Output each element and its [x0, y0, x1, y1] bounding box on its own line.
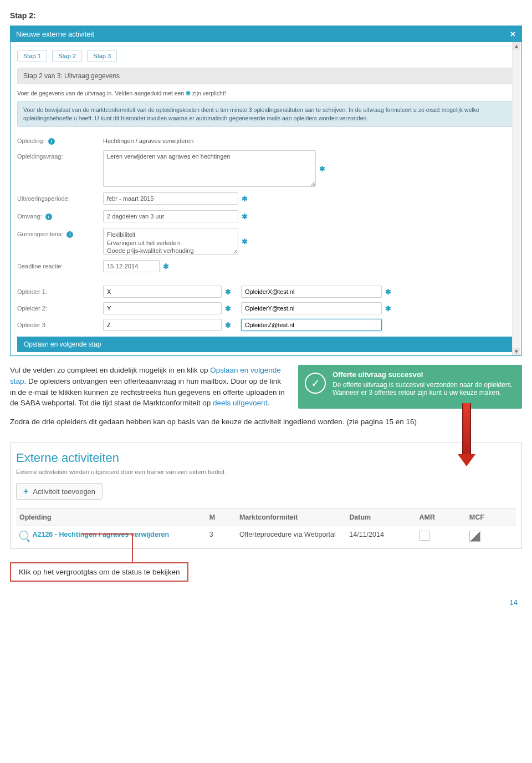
th-opleiding[interactable]: Opleiding: [16, 509, 206, 526]
info-icon[interactable]: i: [45, 213, 52, 220]
scroll-up-icon[interactable]: ▲: [513, 42, 520, 50]
opleider-2-name-input[interactable]: [103, 302, 222, 314]
step-heading: Stap 2:: [10, 11, 522, 20]
save-next-button[interactable]: Opslaan en volgende stap: [17, 337, 515, 352]
opleider-1-email-input[interactable]: [241, 286, 382, 298]
required-asterisk-icon: ✱: [225, 321, 231, 329]
amr-checkbox[interactable]: [420, 531, 429, 541]
label-opleider-3: Opleider 3:: [17, 322, 103, 328]
required-asterisk-icon: ✱: [242, 195, 248, 203]
callout-connector-icon: [132, 533, 133, 562]
label-opleiding: Opleiding: i: [17, 135, 103, 145]
table-row: A2126 - Hechtingen / agraves verwijderen…: [16, 526, 516, 548]
required-note: Voer de gegevens van de uitvraag in. Vel…: [17, 90, 515, 96]
success-body: De offerte uitvraag is succesvol verzond…: [332, 381, 515, 396]
label-omvang: Omvang: i: [17, 210, 103, 220]
check-icon: ✓: [305, 373, 326, 394]
omvang-input[interactable]: [103, 210, 238, 222]
explain-paragraph-1: Vul de velden zo compleet en duidelijk m…: [10, 365, 288, 408]
required-asterisk-icon: ✱: [242, 212, 248, 221]
th-datum[interactable]: Datum: [346, 509, 416, 526]
required-asterisk-icon: ✱: [225, 288, 231, 296]
page-number: 14: [10, 598, 522, 607]
annotation-arrow-icon: [458, 403, 475, 466]
deadline-input[interactable]: [103, 260, 160, 272]
th-marktconformiteit[interactable]: Marktconformiteit: [236, 509, 346, 526]
opleider-2-email-input[interactable]: [241, 302, 382, 314]
info-box: Voor de bewijslast van de marktconformit…: [17, 101, 515, 127]
uitvoeringsperiode-input[interactable]: [103, 192, 238, 205]
gunningscriteria-textarea[interactable]: [103, 228, 238, 255]
step-tabs: Stap 1 Stap 2 Stap 3: [17, 50, 515, 62]
info-icon[interactable]: i: [66, 231, 73, 238]
value-opleiding: Hechtingen / agraves verwijderen: [103, 135, 193, 144]
cell-datum: 14/11/2014: [346, 526, 416, 548]
modal-window: Nieuwe externe activiteit ✕ ▲ ▼ Stap 1 S…: [10, 26, 522, 356]
label-opleidingsvraag: Opleidingsvraag:: [17, 150, 103, 160]
magnifier-icon[interactable]: [19, 531, 28, 540]
section-title: Stap 2 van 3: Uitvraag gegevens: [17, 68, 515, 84]
th-m[interactable]: M: [206, 509, 236, 526]
label-uitvoeringsperiode: Uitvoeringsperiode:: [17, 192, 103, 202]
asterisk-icon: ✱: [186, 90, 191, 96]
modal-header: Nieuwe externe activiteit ✕: [11, 26, 521, 42]
plus-icon: +: [23, 487, 28, 496]
opleider-3-email-input[interactable]: [241, 319, 382, 331]
mcf-status-icon[interactable]: [469, 531, 480, 542]
required-asterisk-icon: ✱: [385, 304, 391, 313]
add-activity-label: Activiteit toevoegen: [33, 487, 95, 496]
tab-step-2[interactable]: Stap 2: [52, 50, 82, 62]
callout-box: Klik op het vergrootglas om de status te…: [10, 562, 188, 582]
link-deels-uitgevoerd: deels uitgevoerd: [213, 399, 268, 407]
tab-step-3[interactable]: Stap 3: [87, 50, 117, 62]
panel-subtitle: Externe activiteiten worden uitgevoerd d…: [16, 469, 516, 475]
success-toast: ✓ Offerte uitvraag succesvol De offerte …: [298, 365, 522, 408]
explain-paragraph-2: Zodra de drie opleiders dit gedaan hebbe…: [10, 416, 522, 428]
th-mcf[interactable]: MCF: [466, 509, 516, 526]
add-activity-button[interactable]: + Activiteit toevoegen: [16, 483, 103, 500]
modal-title: Nieuwe externe activiteit: [16, 30, 94, 38]
label-opleider-1: Opleider 1:: [17, 288, 103, 295]
label-deadline: Deadline reactie:: [17, 260, 103, 269]
activities-table: Opleiding M Marktconformiteit Datum AMR …: [16, 508, 516, 548]
opleider-3-name-input[interactable]: [103, 319, 222, 331]
label-gunningscriteria: Gunningscriteria: i: [17, 228, 103, 238]
close-icon[interactable]: ✕: [510, 30, 516, 38]
tab-step-1[interactable]: Stap 1: [17, 50, 47, 62]
opleidingsvraag-textarea[interactable]: [103, 150, 316, 187]
cell-markt: Offerteprocedure via Webportal: [236, 526, 346, 548]
required-asterisk-icon: ✱: [163, 262, 169, 271]
activity-link[interactable]: A2126 - Hechtingen / agraves verwijderen: [32, 531, 169, 538]
label-opleider-2: Opleider 2:: [17, 305, 103, 312]
required-asterisk-icon: ✱: [225, 304, 231, 313]
required-asterisk-icon: ✱: [242, 237, 248, 246]
th-amr[interactable]: AMR: [416, 509, 466, 526]
scrollbar[interactable]: ▲ ▼: [512, 42, 520, 355]
success-title: Offerte uitvraag succesvol: [332, 370, 515, 379]
cell-m: 3: [206, 526, 236, 548]
panel-title: Externe activiteiten: [16, 451, 516, 465]
required-asterisk-icon: ✱: [385, 288, 391, 296]
required-asterisk-icon: ✱: [319, 165, 325, 173]
info-icon[interactable]: i: [48, 138, 55, 145]
opleider-1-name-input[interactable]: [103, 286, 222, 298]
scroll-down-icon[interactable]: ▼: [513, 348, 520, 355]
